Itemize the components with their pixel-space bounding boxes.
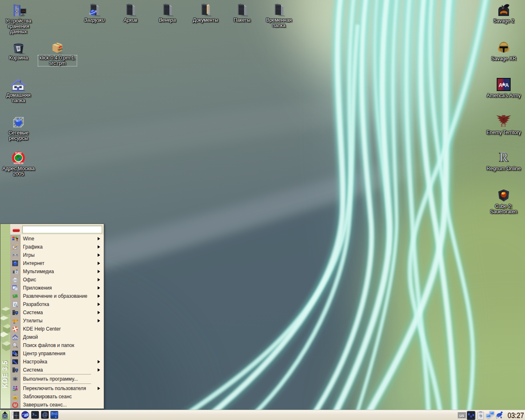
- svg-text:R: R: [499, 150, 509, 164]
- svg-text:us: us: [459, 413, 464, 418]
- svg-text:A: A: [505, 82, 509, 88]
- svg-text:ADDRESS: ADDRESS: [14, 162, 23, 164]
- svg-text:EURO: EURO: [16, 152, 22, 154]
- svg-text:ET: ET: [501, 123, 507, 128]
- svg-text:@: @: [42, 411, 48, 418]
- svg-text:A: A: [499, 82, 503, 88]
